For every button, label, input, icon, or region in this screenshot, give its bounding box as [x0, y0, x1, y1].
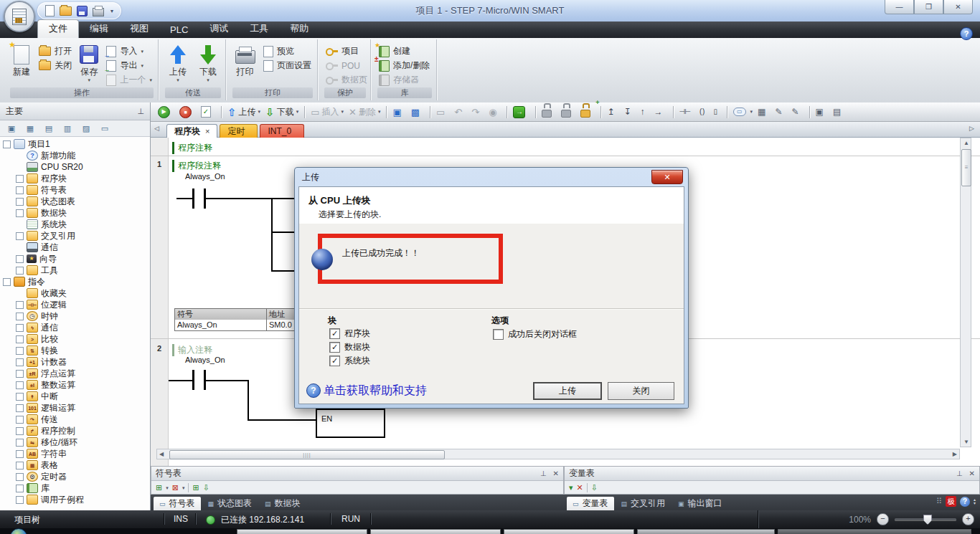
toolbar-icon[interactable]: ▦: [756, 105, 771, 119]
tab-scroll-right-icon[interactable]: ▷: [969, 125, 974, 132]
scroll-up-icon[interactable]: ▲: [963, 140, 969, 146]
panel-toolbar-icon[interactable]: ✕: [577, 483, 583, 492]
expand-icon[interactable]: [16, 439, 24, 447]
expand-icon[interactable]: [16, 404, 24, 412]
preview-button[interactable]: 预览: [260, 45, 314, 57]
zoom-out-icon[interactable]: −: [877, 513, 889, 525]
panel-toolbar-icon[interactable]: ▾: [569, 483, 573, 492]
restore-button[interactable]: ❐: [914, 0, 943, 14]
expand-icon[interactable]: [16, 198, 24, 206]
block-checkbox-row[interactable]: 系统块: [329, 355, 370, 367]
new-button[interactable]: 新建: [9, 42, 34, 78]
toolbar-icon[interactable]: [221, 106, 222, 118]
expand-icon[interactable]: [16, 358, 24, 366]
panel-toolbar-icon[interactable]: ⊠: [172, 483, 179, 492]
panel-toolbar-icon[interactable]: ⊞: [192, 483, 199, 492]
tree-item[interactable]: 项目1: [0, 138, 150, 150]
print-button[interactable]: 打印: [231, 42, 259, 78]
toolbar-icon[interactable]: [727, 106, 727, 118]
toolbar-icon[interactable]: ▭: [435, 105, 451, 119]
open-button[interactable]: 打开: [36, 45, 75, 57]
toolbar-icon[interactable]: ▣: [814, 105, 829, 119]
taskbar-button[interactable]: [237, 529, 367, 534]
tree-item[interactable]: ★ 向导: [0, 253, 150, 264]
scroll-down-icon[interactable]: ▼: [963, 439, 969, 445]
checkbox[interactable]: [329, 356, 340, 366]
tree-item[interactable]: ⇋ 移位/循环: [0, 437, 150, 448]
panel-toolbar-icon[interactable]: ⊞: [156, 483, 162, 492]
zoom-slider-thumb[interactable]: [923, 515, 932, 525]
scroll-left-icon[interactable]: ◀: [159, 451, 164, 457]
help-icon[interactable]: ?: [960, 27, 973, 40]
editor-tab[interactable]: INT_0: [260, 124, 304, 138]
toolbar-icon[interactable]: →: [512, 105, 531, 119]
toolbar-icon[interactable]: ◉: [487, 105, 502, 119]
tree-item[interactable]: ⊙ 定时器: [0, 471, 150, 482]
toolbar-icon[interactable]: ⇧ 上传 ▾: [226, 105, 262, 119]
toolbar-icon[interactable]: [507, 106, 507, 118]
menu-tab[interactable]: 文件: [37, 19, 79, 38]
close-icon[interactable]: ✕: [969, 469, 975, 477]
expand-icon[interactable]: [16, 186, 24, 194]
close-icon[interactable]: ✕: [553, 469, 559, 477]
taskbar-button[interactable]: [637, 529, 775, 534]
expand-icon[interactable]: [16, 313, 24, 320]
expand-icon[interactable]: [16, 427, 24, 435]
expand-icon[interactable]: [16, 450, 24, 458]
toolbar-icon[interactable]: ▯: [712, 105, 722, 119]
sidebar-view-icon[interactable]: ▨: [78, 122, 94, 135]
tree-item[interactable]: ↱ 程序控制: [0, 425, 150, 437]
panel-toolbar-icon[interactable]: ▾: [182, 485, 185, 491]
sidebar-view-icon[interactable]: ▭: [97, 122, 113, 135]
block-checkbox-row[interactable]: 程序块: [329, 328, 370, 340]
scrollbar-thumb[interactable]: ||||: [169, 450, 445, 459]
panel-toolbar-icon[interactable]: [587, 483, 588, 492]
scrollbar-thumb[interactable]: ≡: [961, 149, 971, 186]
tree-item[interactable]: AB 字符串: [0, 448, 150, 459]
tree-item[interactable]: 收藏夹: [0, 287, 150, 299]
pin-icon[interactable]: ⊥: [540, 469, 547, 477]
zoom-slider[interactable]: [895, 518, 956, 520]
tree-item[interactable]: ±I 整数运算: [0, 379, 150, 391]
sidebar-view-icon[interactable]: ▦: [22, 122, 38, 135]
tree-item[interactable]: ↟ 中断: [0, 391, 150, 402]
block-checkbox-row[interactable]: 数据块: [329, 341, 370, 353]
tree-item[interactable]: 调用子例程: [0, 494, 150, 505]
toolbar-icon[interactable]: ▣: [391, 105, 407, 119]
taskbar-button[interactable]: [504, 529, 634, 534]
dialog-close-button[interactable]: ✕: [651, 170, 683, 184]
save-button[interactable]: 保存 ▾: [76, 42, 102, 82]
horizontal-scrollbar[interactable]: ◀ |||| ▶: [156, 449, 960, 459]
taskbar-button[interactable]: [778, 529, 971, 534]
save-dropdown-icon[interactable]: ▾: [88, 78, 91, 82]
help-support-link[interactable]: 单击获取帮助和支持: [324, 383, 427, 399]
sidebar-view-icon[interactable]: ▥: [60, 122, 75, 135]
function-box[interactable]: EN: [316, 409, 385, 438]
menu-tab[interactable]: 帮助: [279, 20, 319, 38]
dialog-help-icon[interactable]: ?: [306, 383, 321, 398]
expand-icon[interactable]: [3, 278, 11, 286]
network-comment[interactable]: 输入注释: [172, 344, 212, 356]
download-button[interactable]: 下载 ▾: [194, 42, 222, 82]
zoom-in-icon[interactable]: +: [962, 513, 974, 525]
sidebar-view-icon[interactable]: ▣: [4, 122, 19, 135]
app-menu-button[interactable]: [4, 1, 35, 32]
toolbar-icon[interactable]: ↑: [639, 105, 651, 119]
expand-icon[interactable]: [16, 462, 24, 469]
pin-icon[interactable]: ⊥: [137, 107, 144, 116]
panel-toolbar-icon[interactable]: ⇩: [591, 483, 598, 492]
expand-icon[interactable]: [16, 370, 24, 378]
toolbar-icon[interactable]: ▭ 插入 ▾: [309, 105, 345, 119]
toolbar-icon[interactable]: [304, 106, 305, 118]
checkbox[interactable]: [493, 329, 504, 340]
import-button[interactable]: 导入▾: [103, 45, 155, 57]
tree-item[interactable]: 101 逻辑运算: [0, 402, 150, 414]
upload-button[interactable]: 上传 ▾: [164, 42, 192, 82]
panel-tab[interactable]: ▤ 数据块: [259, 497, 306, 510]
sidebar-view-icon[interactable]: ▤: [41, 122, 57, 135]
expand-icon[interactable]: [16, 301, 24, 309]
panel-tab[interactable]: ▦ 状态图表: [202, 497, 258, 510]
vertical-scrollbar[interactable]: ▲ ≡ ▼: [960, 138, 971, 447]
toolbar-icon[interactable]: [560, 106, 577, 120]
toolbar-icon[interactable]: ✕ 删除 ▾: [347, 105, 382, 119]
